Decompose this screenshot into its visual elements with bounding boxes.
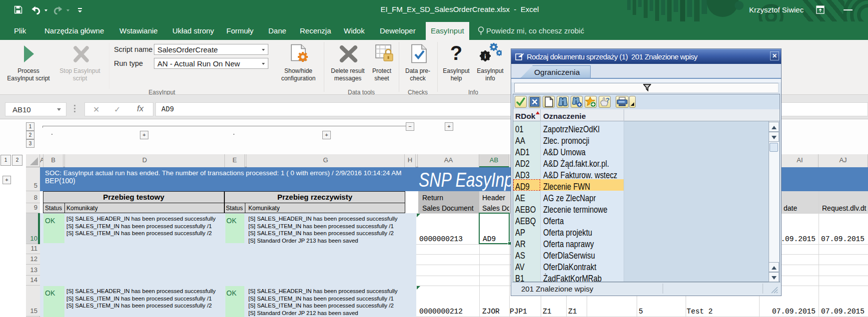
svg-text:?: ? — [606, 96, 610, 104]
